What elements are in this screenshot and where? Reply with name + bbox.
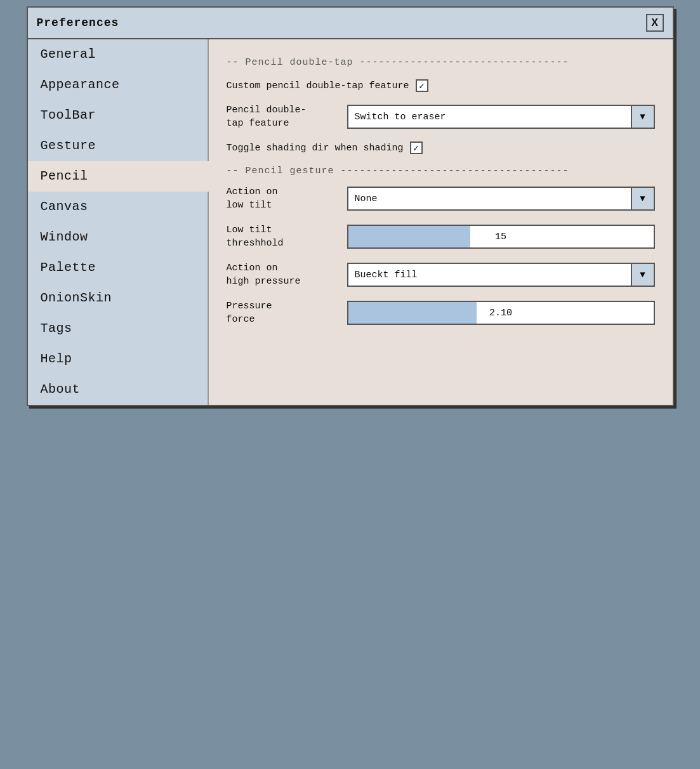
- pencil-double-tap-feature-row: Pencil double- tap feature Switch to era…: [227, 103, 655, 130]
- content-area: General Appearance ToolBar Gesture Penci…: [28, 39, 673, 405]
- title-bar: Preferences X: [28, 8, 673, 39]
- sidebar-item-window[interactable]: Window: [28, 222, 208, 253]
- sidebar-item-help[interactable]: Help: [28, 344, 208, 374]
- action-high-pressure-row: Action on high pressure Bueckt fill ▼: [227, 261, 655, 288]
- low-tilt-threshold-slider[interactable]: 15: [347, 225, 655, 249]
- action-low-tilt-row: Action on low tilt None ▼: [227, 185, 655, 212]
- low-tilt-threshold-value: 15: [348, 232, 654, 242]
- action-low-tilt-value: None: [348, 188, 631, 209]
- toggle-shading-label: Toggle shading dir when shading: [227, 143, 404, 154]
- pencil-double-tap-header: -- Pencil double-tap -------------------…: [227, 57, 655, 68]
- preferences-dialog: Preferences X General Appearance ToolBar…: [27, 6, 674, 406]
- sidebar-item-pencil[interactable]: Pencil: [28, 161, 209, 192]
- sidebar-item-appearance[interactable]: Appearance: [28, 70, 208, 100]
- action-high-pressure-label: Action on high pressure: [227, 261, 347, 288]
- action-high-pressure-arrow-icon: ▼: [631, 264, 654, 286]
- close-button[interactable]: X: [646, 14, 664, 32]
- custom-pencil-checkbox[interactable]: [416, 79, 428, 92]
- action-low-tilt-dropdown[interactable]: None ▼: [347, 187, 655, 211]
- low-tilt-threshold-row: Low tilt threshhold 15: [227, 223, 655, 250]
- sidebar-item-onionskin[interactable]: OnionSkin: [28, 283, 208, 313]
- action-low-tilt-control: None ▼: [347, 187, 655, 211]
- action-high-pressure-control: Bueckt fill ▼: [347, 263, 655, 287]
- low-tilt-threshold-label: Low tilt threshhold: [227, 223, 347, 250]
- sidebar: General Appearance ToolBar Gesture Penci…: [28, 39, 209, 405]
- pencil-double-tap-feature-label: Pencil double- tap feature: [227, 103, 347, 130]
- sidebar-item-tags[interactable]: Tags: [28, 313, 208, 344]
- sidebar-item-gesture[interactable]: Gesture: [28, 131, 208, 161]
- sidebar-item-toolbar[interactable]: ToolBar: [28, 100, 208, 131]
- sidebar-item-about[interactable]: About: [28, 374, 208, 405]
- pencil-double-tap-dropdown[interactable]: Switch to eraser ▼: [347, 105, 655, 129]
- pressure-force-value: 2.10: [348, 308, 654, 319]
- sidebar-item-canvas[interactable]: Canvas: [28, 192, 208, 222]
- custom-pencil-label: Custom pencil double-tap feature: [227, 81, 409, 91]
- pressure-force-slider[interactable]: 2.10: [347, 301, 655, 325]
- main-panel: -- Pencil double-tap -------------------…: [209, 39, 673, 405]
- pencil-double-tap-control: Switch to eraser ▼: [347, 105, 655, 129]
- action-high-pressure-dropdown[interactable]: Bueckt fill ▼: [347, 263, 655, 287]
- pencil-gesture-header: -- Pencil gesture ----------------------…: [227, 166, 655, 176]
- pressure-force-row: Pressure force 2.10: [227, 299, 655, 326]
- sidebar-item-general[interactable]: General: [28, 39, 208, 70]
- action-high-pressure-value: Bueckt fill: [348, 264, 631, 286]
- pressure-force-control: 2.10: [347, 301, 655, 325]
- low-tilt-threshold-control: 15: [347, 225, 655, 249]
- pencil-double-tap-value: Switch to eraser: [348, 106, 631, 128]
- custom-pencil-row: Custom pencil double-tap feature: [227, 79, 655, 92]
- action-low-tilt-label: Action on low tilt: [227, 185, 347, 212]
- sidebar-item-palette[interactable]: Palette: [28, 253, 208, 283]
- pressure-force-label: Pressure force: [227, 299, 347, 326]
- dialog-title: Preferences: [37, 16, 119, 29]
- action-low-tilt-arrow-icon: ▼: [631, 188, 654, 209]
- toggle-shading-row: Toggle shading dir when shading: [227, 141, 655, 154]
- dropdown-arrow-icon: ▼: [631, 106, 654, 128]
- toggle-shading-checkbox[interactable]: [410, 141, 423, 154]
